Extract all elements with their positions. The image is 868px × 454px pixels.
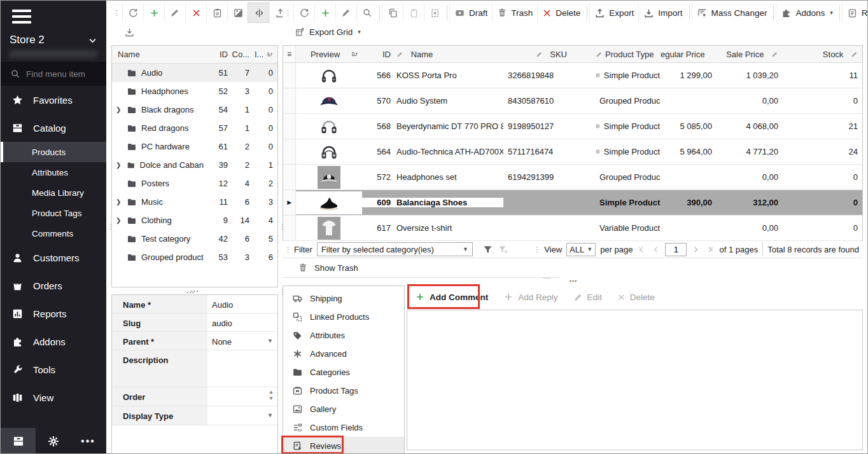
- edit-icon[interactable]: [164, 3, 185, 22]
- category-row[interactable]: Test category4265: [112, 230, 277, 248]
- delete-icon[interactable]: [185, 3, 206, 22]
- tab-advanced[interactable]: Advanced: [283, 345, 404, 363]
- refresh-icon[interactable]: [293, 3, 314, 22]
- expand-icon[interactable]: ❯: [116, 198, 122, 205]
- filter-select[interactable]: Filter by selected category(ies) ▼: [317, 242, 473, 256]
- sidebar-item-customers[interactable]: Customers: [1, 244, 106, 272]
- category-row[interactable]: ❯Music1163: [112, 193, 277, 211]
- sidebar-item-addons[interactable]: Addons: [1, 327, 106, 355]
- toolbar-grip[interactable]: ⋮: [533, 247, 540, 252]
- column-header-regular-price[interactable]: Regular Price: [660, 50, 717, 59]
- category-row[interactable]: ❯Dolce and Caban3921: [112, 156, 277, 174]
- expand-icon[interactable]: ❯: [116, 106, 122, 113]
- sidebar-item-comments[interactable]: Comments: [1, 223, 106, 244]
- panel-splitter-handle[interactable]: ⋯⋯: [111, 287, 278, 294]
- category-row[interactable]: Audio5170: [112, 64, 277, 82]
- category-row[interactable]: Grouped product5336: [112, 248, 277, 266]
- show-trash-button[interactable]: Show Trash: [283, 258, 561, 278]
- sidebar-item-catalog[interactable]: Catalog: [1, 114, 106, 142]
- first-page-icon[interactable]: [637, 245, 647, 254]
- column-header-name[interactable]: Name: [112, 50, 204, 59]
- page-number-input[interactable]: [665, 243, 687, 256]
- image-adjust-icon[interactable]: [227, 3, 248, 22]
- mass-changer-button[interactable]: Mass Changer: [692, 3, 772, 22]
- toolbar-grip[interactable]: ⋮: [284, 247, 291, 252]
- tab-categories[interactable]: Categories: [283, 363, 404, 382]
- panel-splitter-handle[interactable]: …: [569, 274, 578, 284]
- edit-icon[interactable]: [335, 3, 356, 22]
- paste-icon[interactable]: [403, 3, 424, 22]
- add-icon[interactable]: [143, 3, 164, 22]
- expand-icon[interactable]: ❯: [116, 162, 122, 169]
- download-icon[interactable]: [119, 22, 140, 41]
- footer-catalog-icon[interactable]: [1, 428, 36, 454]
- stepper-arrows-icon[interactable]: ▲▼: [269, 390, 274, 401]
- addons-button[interactable]: Addons: [776, 3, 837, 22]
- expand-icon[interactable]: ❯: [116, 217, 122, 224]
- category-row[interactable]: Posters1242: [112, 174, 277, 193]
- column-header-product-type[interactable]: Product Type: [592, 50, 660, 59]
- refresh-icon[interactable]: [122, 3, 143, 22]
- tab-reviews[interactable]: Reviews: [283, 437, 404, 454]
- footer-gear-icon[interactable]: [36, 428, 71, 454]
- tab-gallery[interactable]: Gallery: [283, 400, 404, 418]
- delete-button[interactable]: Delete: [537, 3, 585, 22]
- paste-special-icon[interactable]: [424, 3, 445, 22]
- add-icon[interactable]: [314, 3, 335, 22]
- next-page-icon[interactable]: [691, 245, 701, 254]
- footer-more-icon[interactable]: •••: [71, 428, 106, 454]
- panel-splitter-handle[interactable]: ⋮: [279, 224, 286, 229]
- sidebar-item-product-tags[interactable]: Product Tags: [1, 203, 106, 223]
- column-header-count[interactable]: Co...: [228, 50, 249, 59]
- tab-custom-fields[interactable]: Custom Fields: [283, 418, 404, 437]
- category-row[interactable]: Headphones5230: [112, 82, 277, 100]
- display-type-select[interactable]: ▼: [207, 406, 277, 425]
- tab-linked-products[interactable]: Linked Products: [283, 308, 404, 326]
- product-row[interactable]: 566 KOSS Porta Pro 3266819848 Simple Pro…: [283, 63, 862, 88]
- sidebar-item-tools[interactable]: Tools: [1, 355, 106, 383]
- category-tree-header[interactable]: Name ID Co... I...: [112, 46, 277, 64]
- export-grid-button[interactable]: Export Grid: [290, 22, 365, 41]
- category-row[interactable]: Red dragons5710: [112, 119, 277, 137]
- edit-comment-button[interactable]: Edit: [567, 286, 608, 308]
- category-row[interactable]: ❯Black dragons5410: [112, 100, 277, 119]
- previous-page-icon[interactable]: [651, 245, 661, 254]
- comments-content-area[interactable]: [407, 310, 863, 450]
- product-row[interactable]: 568 Beyerdynamic DT 770 PRO 80 C 9198950…: [283, 114, 862, 139]
- menu-search[interactable]: Find menu item: [1, 62, 106, 86]
- category-row[interactable]: PC hardware6120: [112, 137, 277, 156]
- tab-shipping[interactable]: Shipping: [283, 289, 404, 308]
- preview-clipboard-icon[interactable]: [206, 3, 227, 22]
- column-header-id[interactable]: ID: [362, 50, 394, 59]
- category-row[interactable]: ❯Clothing9144: [112, 211, 277, 230]
- column-header-preview[interactable]: Preview: [296, 50, 362, 59]
- product-row[interactable]: 617 Oversize t-shirt Variable Product 0,…: [283, 216, 862, 241]
- grid-menu-icon[interactable]: ☰: [283, 46, 296, 62]
- split-columns-icon[interactable]: [248, 3, 269, 22]
- add-reply-button[interactable]: Add Reply: [497, 286, 564, 308]
- column-header-order[interactable]: I...: [249, 50, 277, 59]
- product-row[interactable]: 570 Audio System 8430587610 Grouped Prod…: [283, 88, 862, 114]
- add-comment-button[interactable]: Add Comment: [409, 286, 494, 308]
- hamburger-menu-icon[interactable]: [12, 10, 31, 24]
- sidebar-item-orders[interactable]: Orders: [1, 272, 106, 299]
- slug-field[interactable]: audio: [207, 313, 277, 331]
- export-button[interactable]: Export: [589, 3, 638, 22]
- description-field[interactable]: [207, 350, 277, 387]
- import-button[interactable]: Import: [638, 3, 687, 22]
- panel-splitter-handle[interactable]: ⋮: [279, 290, 286, 294]
- name-field[interactable]: Audio: [207, 295, 277, 313]
- draft-button[interactable]: Draft: [449, 3, 492, 22]
- column-header-stock[interactable]: Stock: [783, 50, 864, 59]
- column-header-sale-price[interactable]: Sale Price: [717, 50, 783, 59]
- per-page-select[interactable]: ALL▼: [566, 243, 596, 256]
- delete-comment-button[interactable]: Delete: [611, 286, 661, 308]
- clear-filter-icon[interactable]: [498, 244, 508, 255]
- product-row-selected[interactable]: ▶ 609 Balanciaga Shoes Simple Product 39…: [283, 190, 862, 216]
- product-grid-header[interactable]: ☰ Preview ID Name SKU Product Type Regul…: [283, 46, 862, 63]
- column-header-name[interactable]: Name: [394, 50, 503, 59]
- product-row[interactable]: 572 Headphones set 6194291399 Grouped Pr…: [283, 165, 862, 190]
- sidebar-item-reports[interactable]: Reports: [1, 299, 106, 327]
- apply-filter-icon[interactable]: [482, 244, 493, 255]
- sidebar-item-products[interactable]: Products: [1, 142, 106, 162]
